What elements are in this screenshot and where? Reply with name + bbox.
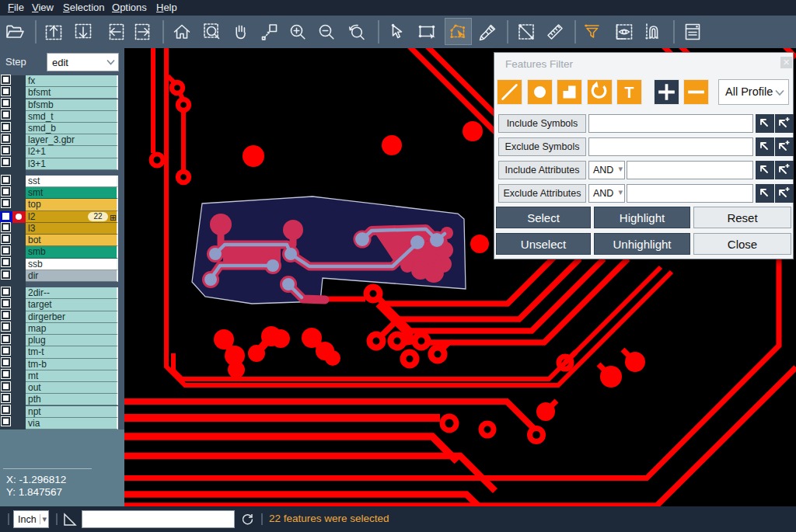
svg-text:T: T — [624, 84, 634, 101]
